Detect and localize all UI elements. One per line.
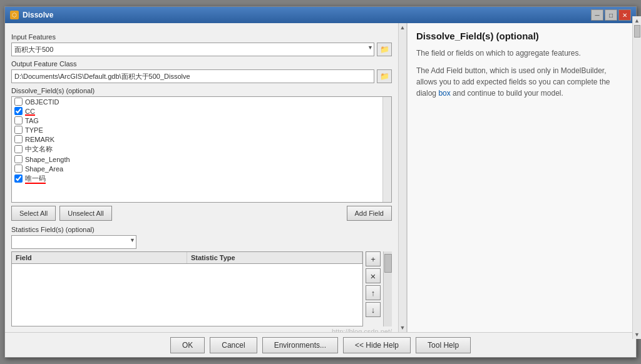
field-buttons-row: Select All Unselect All Add Field bbox=[11, 206, 392, 221]
list-item[interactable]: Shape_Length bbox=[12, 154, 382, 164]
statistics-combo-wrapper bbox=[11, 235, 136, 249]
statistics-side-buttons: + × ↑ ↓ bbox=[366, 251, 381, 326]
statistic-type-column-header: Statistic Type bbox=[187, 252, 362, 263]
main-content: Input Features 📁 Output Feature Class 📁 … bbox=[5, 23, 636, 332]
shape-length-label: Shape_Length bbox=[25, 156, 70, 163]
remark-checkbox[interactable] bbox=[14, 135, 23, 143]
shape-area-checkbox[interactable] bbox=[14, 164, 23, 173]
statistics-dropdown-row bbox=[11, 235, 392, 249]
title-bar-left: ⬡ Dissolve bbox=[10, 11, 53, 19]
help-para-1: The field or fields on which to aggregat… bbox=[416, 48, 627, 59]
unique-code-checkbox[interactable] bbox=[14, 174, 23, 183]
unselect-all-button[interactable]: Unselect All bbox=[59, 206, 111, 221]
input-features-label: Input Features bbox=[11, 33, 392, 41]
bottom-bar: OK Cancel Environments... << Hide Help T… bbox=[5, 332, 636, 357]
output-feature-class-browse-button[interactable]: 📁 bbox=[377, 69, 392, 83]
select-all-button[interactable]: Select All bbox=[11, 206, 56, 221]
tag-label: TAG bbox=[25, 117, 39, 124]
cancel-button[interactable]: Cancel bbox=[210, 337, 257, 353]
dissolve-fields-label: Dissolve_Field(s) (optional) bbox=[11, 87, 392, 94]
statistics-table-body bbox=[12, 264, 362, 314]
list-item[interactable]: Shape_Area bbox=[12, 164, 382, 173]
add-row-button[interactable]: + bbox=[366, 251, 381, 266]
field-column-header: Field bbox=[12, 252, 187, 263]
statistics-combo-input[interactable] bbox=[11, 235, 136, 249]
move-down-button[interactable]: ↓ bbox=[366, 302, 381, 317]
statistics-table-header: Field Statistic Type bbox=[12, 252, 362, 264]
input-features-row: 📁 bbox=[11, 43, 392, 56]
remark-label: REMARK bbox=[25, 136, 54, 143]
list-item[interactable]: REMARK bbox=[12, 134, 382, 144]
list-item[interactable]: TYPE bbox=[12, 125, 382, 134]
shape-length-checkbox[interactable] bbox=[14, 155, 23, 163]
help-para-2: The Add Field button, which is used only… bbox=[416, 65, 627, 99]
input-features-combo-wrapper bbox=[11, 43, 374, 56]
help-para-2-text: The Add Field button, which is used only… bbox=[416, 66, 610, 98]
help-body: The field or fields on which to aggregat… bbox=[416, 48, 627, 99]
statistics-label: Statistics Field(s) (optional) bbox=[11, 226, 392, 233]
input-features-input[interactable] bbox=[11, 43, 374, 56]
shape-area-label: Shape_Area bbox=[25, 165, 63, 173]
right-panel-scrollbar[interactable]: ▲ ▼ bbox=[632, 23, 636, 332]
unique-code-label: 唯一码 bbox=[25, 174, 46, 183]
input-features-browse-button[interactable]: 📁 bbox=[377, 43, 392, 56]
environments-button[interactable]: Environments... bbox=[262, 337, 338, 353]
right-panel: Dissolve_Field(s) (optional) The field o… bbox=[407, 23, 636, 332]
statistics-table: Field Statistic Type bbox=[11, 251, 363, 326]
chinese-name-checkbox[interactable] bbox=[14, 145, 23, 153]
statistics-scrollbar-thumb bbox=[384, 254, 392, 273]
list-item[interactable]: 中文名称 bbox=[12, 144, 382, 154]
help-para-1-text: The field or fields on which to aggregat… bbox=[416, 49, 581, 58]
output-feature-class-input[interactable] bbox=[11, 69, 374, 83]
objectid-label: OBJECTID bbox=[25, 98, 59, 106]
move-up-button[interactable]: ↑ bbox=[366, 285, 381, 300]
remove-row-button[interactable]: × bbox=[366, 268, 381, 283]
minimize-button[interactable]: ─ bbox=[591, 9, 603, 21]
output-feature-class-row: 📁 bbox=[11, 69, 392, 83]
list-item[interactable]: 唯一码 bbox=[12, 173, 382, 184]
chinese-name-label: 中文名称 bbox=[25, 144, 53, 154]
list-item[interactable]: CC bbox=[12, 106, 382, 116]
dissolve-fields-scrollbar[interactable] bbox=[382, 97, 391, 202]
window-title: Dissolve bbox=[23, 11, 53, 19]
statistics-table-wrapper: Field Statistic Type + × ↑ ↓ bbox=[11, 251, 392, 326]
tag-checkbox[interactable] bbox=[14, 116, 23, 124]
hide-help-button[interactable]: << Hide Help bbox=[343, 337, 411, 353]
ok-button[interactable]: OK bbox=[170, 337, 205, 353]
close-button[interactable]: ✕ bbox=[618, 9, 631, 21]
add-field-button[interactable]: Add Field bbox=[347, 206, 392, 221]
left-panel-scrollbar[interactable]: ▲ ▼ bbox=[398, 23, 407, 332]
maximize-button[interactable]: □ bbox=[605, 9, 617, 21]
help-title: Dissolve_Field(s) (optional) bbox=[416, 31, 627, 41]
type-label: TYPE bbox=[25, 126, 43, 134]
objectid-checkbox[interactable] bbox=[14, 98, 23, 106]
title-bar: ⬡ Dissolve ─ □ ✕ bbox=[5, 7, 636, 23]
type-checkbox[interactable] bbox=[14, 126, 23, 134]
app-icon: ⬡ bbox=[10, 11, 19, 19]
list-item[interactable]: OBJECTID bbox=[12, 97, 382, 106]
tool-help-button[interactable]: Tool Help bbox=[416, 337, 471, 353]
dissolve-dialog: ⬡ Dissolve ─ □ ✕ Input Features 📁 Output… bbox=[4, 6, 637, 358]
watermark: http://blog.csdn.net/ bbox=[11, 328, 392, 332]
output-feature-class-label: Output Feature Class bbox=[11, 60, 392, 68]
title-controls: ─ □ ✕ bbox=[591, 9, 631, 21]
dissolve-fields-list: OBJECTID CC TAG TYPE bbox=[12, 97, 382, 202]
left-panel: Input Features 📁 Output Feature Class 📁 … bbox=[5, 23, 398, 332]
list-item[interactable]: TAG bbox=[12, 116, 382, 125]
dissolve-fields-container: OBJECTID CC TAG TYPE bbox=[11, 96, 392, 203]
statistics-scrollbar[interactable] bbox=[383, 251, 392, 326]
cc-label: CC bbox=[25, 108, 35, 115]
cc-checkbox[interactable] bbox=[14, 107, 23, 115]
